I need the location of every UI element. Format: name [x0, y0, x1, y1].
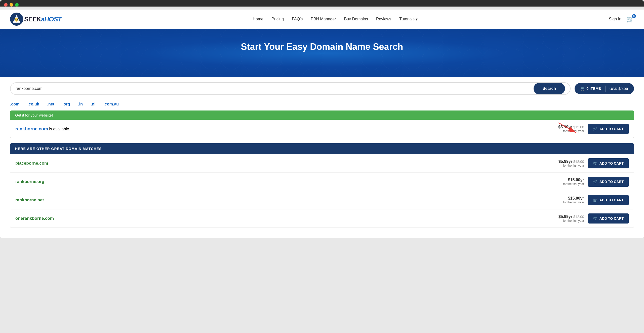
arrow-indicator: [558, 123, 578, 135]
nav-links: Home Pricing FAQ's PBN Manager Buy Domai…: [72, 17, 599, 22]
cart-btn-icon: 🛒: [593, 161, 597, 165]
available-domain-name: rankborne.com: [15, 126, 48, 131]
match-price-block: $15.00yrfor the first year: [563, 196, 584, 204]
svg-point-5: [17, 19, 18, 20]
search-button[interactable]: Search: [534, 83, 565, 94]
logo-accent: aHOST: [41, 15, 62, 23]
results-section: Get it for your website! rankborne.com i…: [0, 110, 644, 238]
matches-header: HERE ARE OTHER GREAT DOMAIN MATCHES: [10, 143, 634, 154]
sign-in-link[interactable]: Sign In: [609, 17, 621, 21]
cart-divider: [605, 86, 606, 92]
window-minimize-button[interactable]: [10, 3, 13, 7]
match-price-original: $12.00: [572, 160, 584, 164]
nav-home[interactable]: Home: [253, 17, 264, 21]
available-domain-section: Get it for your website! rankborne.com i…: [10, 110, 634, 138]
match-price-period: for the first year: [563, 182, 584, 186]
tld-links: .com.co.uk.net.org.in.nl.com.au: [10, 99, 634, 110]
match-add-to-cart-button[interactable]: 🛒 ADD TO CART: [588, 158, 629, 168]
logo-text: SEEKaHOST: [24, 15, 62, 23]
tld-link-co.uk[interactable]: .co.uk: [27, 102, 39, 106]
cart-total-price: USD $0.00: [610, 87, 628, 91]
tld-link-nl[interactable]: .nl: [91, 102, 96, 106]
cart-icon-wrapper[interactable]: 🛒 0: [626, 16, 634, 23]
match-row: rankborne.org$15.00yrfor the first year🛒…: [10, 173, 634, 191]
available-add-to-cart-label: ADD TO CART: [599, 127, 624, 131]
nav-reviews[interactable]: Reviews: [376, 17, 391, 21]
match-price-current: $5.99yr: [558, 159, 572, 164]
match-price-row: $5.99yr $12.00for the first year🛒 ADD TO…: [558, 213, 629, 224]
navbar: SEEKaHOST Home Pricing FAQ's PBN Manager…: [0, 10, 644, 29]
available-banner-text: Get it for your website!: [15, 113, 53, 117]
match-domain-name: placeborne.com: [15, 161, 48, 166]
nav-right: Sign In 🛒 0: [609, 16, 634, 23]
cart-badge: 0: [632, 14, 636, 18]
match-price-block: $5.99yr $12.00for the first year: [558, 159, 584, 167]
match-domain-name: onerankborne.com: [15, 216, 54, 221]
match-price-block: $15.00yrfor the first year: [563, 178, 584, 186]
match-add-to-cart-button[interactable]: 🛒 ADD TO CART: [588, 177, 629, 187]
available-banner: Get it for your website!: [10, 110, 634, 120]
nav-buy-domains[interactable]: Buy Domains: [344, 17, 368, 21]
match-row: placeborne.com$5.99yr $12.00for the firs…: [10, 154, 634, 173]
match-price-row: $15.00yrfor the first year🛒 ADD TO CART: [563, 195, 629, 205]
match-price-row: $5.99yr $12.00for the first year🛒 ADD TO…: [558, 158, 629, 168]
cart-btn-icon: 🛒: [593, 216, 597, 220]
match-price-current: $15.00yr: [568, 178, 584, 182]
tld-link-com[interactable]: .com: [10, 102, 19, 106]
match-domain-name: rankborne.net: [15, 198, 44, 203]
logo: SEEKaHOST: [10, 13, 62, 26]
window-maximize-button[interactable]: [15, 3, 19, 7]
tld-link-net[interactable]: .net: [47, 102, 54, 106]
search-section: Search 🛒 0 ITEMS USD $0.00 .com.co.uk.ne…: [0, 77, 644, 110]
nav-tutorials[interactable]: Tutorials ▾: [399, 17, 418, 22]
available-domain-row: rankborne.com is available. $5.9: [10, 120, 634, 138]
cart-items-count: 🛒 0 ITEMS: [581, 86, 601, 91]
match-price-period: for the first year: [563, 201, 584, 204]
tld-link-org[interactable]: .org: [62, 102, 70, 106]
match-domain-name: rankborne.org: [15, 179, 44, 184]
match-price-original: $12.00: [572, 215, 584, 219]
search-input[interactable]: [16, 83, 534, 94]
available-domain-info: rankborne.com is available.: [15, 126, 70, 132]
match-price-period: for the first year: [558, 164, 584, 167]
window-close-button[interactable]: [4, 3, 8, 7]
matches-list: placeborne.com$5.99yr $12.00for the firs…: [10, 154, 634, 228]
match-add-to-cart-button[interactable]: 🛒 ADD TO CART: [588, 195, 629, 205]
matches-section: HERE ARE OTHER GREAT DOMAIN MATCHES plac…: [10, 143, 634, 228]
cart-btn-icon: 🛒: [593, 127, 597, 131]
chevron-down-icon: ▾: [416, 17, 418, 22]
hero-title: Start Your Easy Domain Name Search: [10, 42, 634, 52]
svg-point-6: [16, 21, 17, 22]
svg-point-4: [16, 19, 16, 20]
match-price-current: $5.99yr: [558, 214, 572, 219]
match-price-period: for the first year: [558, 219, 584, 223]
available-add-to-cart-button[interactable]: 🛒 ADD TO CART: [588, 124, 629, 134]
nav-pricing[interactable]: Pricing: [271, 17, 284, 21]
cart-btn-icon: 🛒: [593, 180, 597, 184]
hero-banner: Start Your Easy Domain Name Search: [0, 29, 644, 77]
nav-pbn-manager[interactable]: PBN Manager: [311, 17, 336, 21]
search-input-wrapper: Search: [10, 82, 571, 95]
cart-summary: 🛒 0 ITEMS USD $0.00: [575, 83, 634, 94]
logo-icon: [10, 13, 23, 26]
tld-link-com.au[interactable]: .com.au: [104, 102, 119, 106]
nav-faqs[interactable]: FAQ's: [292, 17, 303, 21]
match-price-block: $5.99yr $12.00for the first year: [558, 214, 584, 223]
search-bar-row: Search 🛒 0 ITEMS USD $0.00: [10, 82, 634, 95]
match-price-row: $15.00yrfor the first year🛒 ADD TO CART: [563, 177, 629, 187]
cart-btn-icon: 🛒: [593, 198, 597, 202]
match-row: onerankborne.com$5.99yr $12.00for the fi…: [10, 209, 634, 228]
match-row: rankborne.net$15.00yrfor the first year🛒…: [10, 191, 634, 209]
match-price-current: $15.00yr: [568, 196, 584, 200]
match-add-to-cart-button[interactable]: 🛒 ADD TO CART: [588, 213, 629, 224]
tld-link-in[interactable]: .in: [78, 102, 83, 106]
svg-line-8: [558, 123, 576, 133]
available-status-text: is available.: [49, 127, 70, 131]
